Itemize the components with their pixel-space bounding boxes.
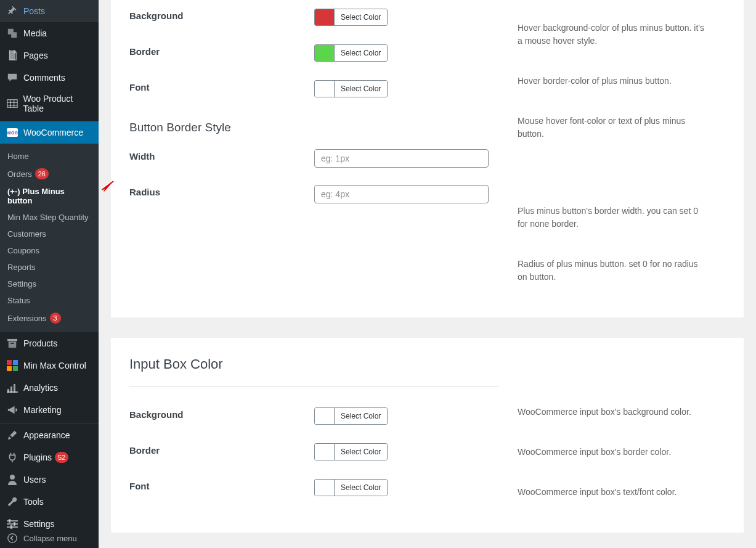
- annotation-arrow-icon: [100, 180, 115, 195]
- sidebar-item-media[interactable]: Media: [0, 22, 99, 44]
- color-picker-input-font[interactable]: Select Color: [314, 479, 388, 496]
- plugins-count-badge: 52: [55, 452, 68, 463]
- wrench-icon: [6, 496, 18, 508]
- user-icon: [6, 473, 18, 486]
- main-content: Background Select Color Border Select Co…: [99, 0, 756, 533]
- sidebar-label: Tools: [23, 497, 44, 507]
- sidebar-item-pages[interactable]: Pages: [0, 44, 99, 67]
- svg-point-24: [8, 534, 17, 542]
- label-border: Border: [129, 443, 314, 456]
- hover-border-panel: Background Select Color Border Select Co…: [111, 0, 744, 317]
- desc-hover-border: Hover border-color of plus minus button.: [518, 66, 709, 106]
- sidebar-item-tools[interactable]: Tools: [0, 491, 99, 513]
- sidebar-item-analytics[interactable]: Analytics: [0, 377, 99, 399]
- label-font: Font: [129, 479, 314, 491]
- color-picker-input-bg[interactable]: Select Color: [314, 407, 388, 425]
- woocommerce-icon: woo: [6, 126, 18, 139]
- label-font: Font: [129, 80, 314, 92]
- orders-count-badge: 26: [35, 168, 49, 179]
- submenu-item-customers[interactable]: Customers: [0, 226, 99, 242]
- border-width-input[interactable]: [314, 149, 489, 168]
- sidebar-item-products[interactable]: Products: [0, 332, 99, 354]
- color-picker-font[interactable]: Select Color: [314, 80, 388, 97]
- section-title-input-box: Input Box Color: [129, 338, 499, 378]
- sidebar-item-appearance[interactable]: Appearance: [0, 424, 99, 446]
- chart-icon: [6, 382, 18, 394]
- sidebar-item-marketing[interactable]: Marketing: [0, 399, 99, 421]
- select-color-button[interactable]: Select Color: [335, 81, 387, 97]
- sidebar-item-comments[interactable]: Comments: [0, 67, 99, 89]
- sidebar-label: Pages: [23, 51, 48, 60]
- svg-rect-9: [7, 360, 12, 365]
- submenu-label: Home: [7, 152, 29, 161]
- color-swatch: [315, 480, 335, 496]
- submenu-label: (+-) Plus Minus button: [7, 187, 91, 205]
- svg-rect-18: [7, 520, 18, 521]
- woocommerce-submenu: Home Orders26 (+-) Plus Minus button Min…: [0, 144, 99, 332]
- svg-rect-8: [10, 343, 14, 344]
- section-title-border-style: Button Border Style: [129, 107, 499, 141]
- submenu-label: Status: [7, 296, 30, 305]
- border-radius-input[interactable]: [314, 185, 489, 203]
- submenu-item-status[interactable]: Status: [0, 292, 99, 309]
- label-border: Border: [129, 44, 314, 57]
- select-color-button[interactable]: Select Color: [335, 408, 387, 424]
- sidebar-label: Marketing: [23, 405, 61, 415]
- submenu-label: Settings: [7, 279, 36, 288]
- submenu-label: Reports: [7, 263, 36, 272]
- svg-rect-1: [7, 100, 17, 108]
- brush-icon: [6, 429, 18, 441]
- select-color-button[interactable]: Select Color: [335, 480, 387, 496]
- page-icon: [6, 49, 18, 62]
- pin-icon: [6, 5, 18, 17]
- desc-input-background: WooCommerce input box's background color…: [518, 399, 709, 437]
- submenu-item-extensions[interactable]: Extensions3: [0, 309, 99, 327]
- desc-hover-background: Hover background-color of plus minus but…: [518, 15, 709, 66]
- row-hover-border: Border Select Color: [129, 36, 499, 72]
- select-color-button[interactable]: Select Color: [335, 444, 387, 460]
- desc-border-radius: Radius of plus minus button. set 0 for n…: [518, 249, 709, 302]
- color-picker-input-border[interactable]: Select Color: [314, 443, 388, 460]
- color-picker-background[interactable]: Select Color: [314, 9, 388, 26]
- submenu-item-home[interactable]: Home: [0, 148, 99, 165]
- sidebar-item-woo-product-table[interactable]: Woo Product Table: [0, 89, 99, 118]
- svg-rect-21: [9, 519, 10, 523]
- row-input-font: Font Select Color: [129, 470, 499, 522]
- svg-rect-22: [14, 522, 15, 526]
- submenu-label: Orders: [7, 170, 32, 179]
- collapse-label: Collapse menu: [23, 534, 77, 543]
- submenu-item-plus-minus[interactable]: (+-) Plus Minus button: [0, 183, 99, 209]
- sidebar-label: Posts: [23, 6, 45, 16]
- submenu-item-orders[interactable]: Orders26: [0, 165, 99, 183]
- collapse-menu-button[interactable]: Collapse menu: [0, 528, 99, 548]
- sidebar-item-plugins[interactable]: Plugins 52: [0, 446, 99, 468]
- submenu-label: Extensions: [7, 314, 47, 323]
- svg-rect-10: [13, 360, 18, 365]
- menu-arrow-icon: [99, 128, 104, 137]
- sidebar-item-min-max-control[interactable]: Min Max Control: [0, 354, 99, 377]
- select-color-button[interactable]: Select Color: [335, 9, 387, 25]
- submenu-item-settings[interactable]: Settings: [0, 276, 99, 292]
- svg-rect-7: [9, 341, 16, 348]
- desc-input-font: WooCommerce input box's text/font color.: [518, 477, 709, 517]
- submenu-item-min-max-step[interactable]: Min Max Step Quantity: [0, 209, 99, 226]
- color-swatch: [315, 45, 335, 61]
- submenu-label: Customers: [7, 229, 46, 239]
- submenu-item-reports[interactable]: Reports: [0, 259, 99, 276]
- title-divider: [129, 386, 499, 386]
- media-icon: [6, 27, 18, 39]
- select-color-button[interactable]: Select Color: [335, 45, 387, 61]
- desc-hover-font: Mouse hover font-color or text of plus m…: [518, 106, 709, 196]
- sidebar-item-users[interactable]: Users: [0, 468, 99, 491]
- submenu-item-coupons[interactable]: Coupons: [0, 242, 99, 259]
- sidebar-item-woocommerce[interactable]: woo WooCommerce: [0, 121, 99, 144]
- color-picker-border[interactable]: Select Color: [314, 44, 388, 62]
- row-hover-background: Background Select Color: [129, 0, 499, 36]
- desc-input-border: WooCommerce input box's border color.: [518, 437, 709, 477]
- desc-border-width: Plus minus button's border width. you ca…: [518, 196, 709, 249]
- submenu-label: Min Max Step Quantity: [7, 213, 89, 222]
- color-swatch: [315, 444, 335, 460]
- comment-icon: [6, 72, 18, 84]
- sidebar-item-posts[interactable]: Posts: [0, 0, 99, 22]
- row-border-width: Width: [129, 141, 499, 176]
